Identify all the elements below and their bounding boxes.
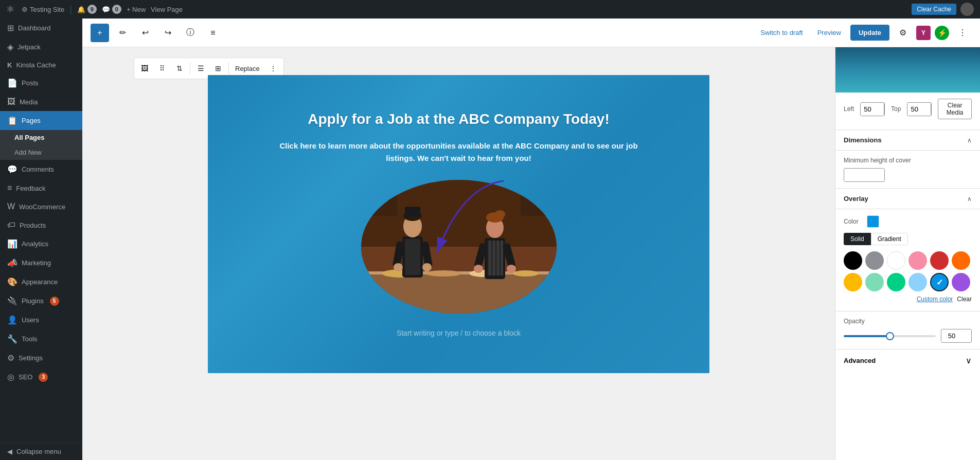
site-name[interactable]: ⚙ Testing Site (22, 6, 64, 13)
color-swatch-blue-light[interactable] (908, 273, 927, 291)
sidebar-collapse: ◀ Collapse menu (0, 443, 82, 460)
color-swatch-purple[interactable] (952, 273, 970, 291)
sidebar-item-seo[interactable]: ◎ SEO 3 (0, 367, 82, 387)
sidebar-item-posts[interactable]: 📄 Posts (0, 73, 82, 93)
switch-to-draft-button[interactable]: Switch to draft (755, 26, 808, 40)
pencil-icon: ✏ (119, 28, 126, 38)
gradient-button[interactable]: Gradient (871, 233, 908, 245)
jetpack-icon: ◈ (7, 42, 13, 52)
clear-media-button[interactable]: Clear Media (938, 99, 972, 119)
cover-title[interactable]: Apply for a Job at the ABC Company Today… (228, 111, 689, 127)
editor-settings-button[interactable]: ⚙ (894, 24, 912, 42)
cover-placeholder[interactable]: Start writing or type / to choose a bloc… (228, 329, 689, 337)
marketing-icon: 📣 (7, 258, 17, 268)
sidebar-item-users[interactable]: 👤 Users (0, 310, 82, 329)
block-align-button[interactable]: ☰ (192, 60, 209, 77)
editor-toolbar: + ✏ ↩ ↪ ⓘ ≡ Switch to draft Preview Upda… (82, 19, 980, 47)
custom-color-link[interactable]: Custom color (917, 296, 953, 303)
color-swatch-white[interactable] (887, 251, 905, 270)
block-more-button[interactable]: ⋮ (265, 60, 281, 77)
block-arrows-button[interactable]: ⇅ (171, 60, 188, 77)
undo-button[interactable]: ↩ (136, 24, 154, 42)
left-input[interactable] (861, 103, 884, 116)
sidebar-item-appearance[interactable]: 🎨 Appearance (0, 272, 82, 291)
overlay-color-swatch[interactable] (867, 215, 879, 228)
min-height-input[interactable] (844, 169, 885, 181)
color-swatch-black[interactable] (844, 251, 862, 270)
sidebar-item-analytics[interactable]: 📊 Analytics (0, 234, 82, 253)
clear-color-button[interactable]: Clear (957, 296, 972, 303)
color-swatch-green-light[interactable] (865, 273, 884, 291)
more-options-button[interactable]: ⋮ (953, 24, 972, 42)
block-editor[interactable]: 🖼 ⠿ ⇅ ☰ ⊞ (82, 47, 835, 460)
sidebar-item-jetpack[interactable]: ◈ Jetpack (0, 38, 82, 57)
svg-rect-12 (405, 207, 420, 217)
svg-rect-9 (405, 239, 420, 275)
seo-icon: ◎ (7, 372, 14, 382)
sidebar-item-comments[interactable]: 💬 Comments (0, 160, 82, 179)
collapse-menu-button[interactable]: ◀ Collapse menu (0, 443, 82, 460)
color-swatch-orange[interactable] (952, 251, 970, 270)
collapse-icon: ◀ (7, 448, 12, 455)
edit-button[interactable]: ✏ (113, 24, 132, 42)
overlay-header[interactable]: Overlay ∧ (835, 189, 980, 209)
admin-avatar[interactable] (960, 3, 974, 16)
sidebar-item-tools[interactable]: 🔧 Tools (0, 329, 82, 348)
sidebar-item-plugins[interactable]: 🔌 Plugins 5 (0, 291, 82, 310)
sidebar-sub-add-new[interactable]: Add New (0, 145, 82, 160)
color-swatch-red[interactable] (930, 251, 949, 270)
sidebar-item-media[interactable]: 🖼 Media (0, 93, 82, 111)
sidebar-sub-all-pages[interactable]: All Pages (0, 130, 82, 145)
sidebar-item-products[interactable]: 🏷 Products (0, 216, 82, 234)
sidebar-item-kinsta[interactable]: K Kinsta Cache (0, 57, 82, 73)
sidebar-item-settings[interactable]: ⚙ Settings (0, 348, 82, 367)
list-view-button[interactable]: ≡ (204, 24, 222, 42)
updates-item[interactable]: 🔔 9 (77, 5, 97, 14)
wordpress-icon[interactable]: ⚛ (6, 4, 14, 15)
new-item[interactable]: + New (127, 6, 146, 13)
update-button[interactable]: Update (850, 25, 889, 41)
sidebar-item-dashboard[interactable]: ⊞ Dashboard (0, 19, 82, 38)
color-swatch-yellow[interactable] (844, 273, 862, 291)
redo-button[interactable]: ↪ (158, 24, 177, 42)
top-input-wrap: % (907, 102, 932, 116)
sidebar-item-pages[interactable]: 📋 Pages (0, 111, 82, 130)
comments-icon: 💬 (7, 164, 17, 174)
opacity-slider[interactable] (844, 335, 936, 337)
block-image-button[interactable]: 🖼 (136, 60, 153, 77)
dimensions-header[interactable]: Dimensions ∧ (835, 130, 980, 151)
list-icon: ≡ (210, 28, 215, 38)
replace-button[interactable]: Replace (231, 60, 264, 77)
block-grid-button[interactable]: ⊞ (210, 60, 226, 77)
block-drag-button[interactable]: ⠿ (154, 60, 170, 77)
cover-subtitle[interactable]: Click here to learn more about the oppor… (279, 140, 639, 164)
sidebar-item-feedback[interactable]: ≡ Feedback (0, 179, 82, 197)
info-button[interactable]: ⓘ (181, 24, 200, 42)
lightning-icon[interactable]: ⚡ (935, 26, 949, 40)
cover-block[interactable]: Apply for a Job at the ABC Company Today… (208, 75, 709, 373)
right-panel-preview-image (835, 47, 980, 93)
comments-item[interactable]: 💬 0 (102, 5, 121, 14)
sidebar-item-marketing[interactable]: 📣 Marketing (0, 253, 82, 272)
custom-color-row: Custom color Clear (844, 296, 972, 303)
color-swatch-pink[interactable] (908, 251, 927, 270)
toolbar-right: Switch to draft Preview Update ⚙ Y ⚡ ⋮ (755, 24, 972, 42)
top-input[interactable] (907, 103, 931, 116)
color-swatch-gray[interactable] (865, 251, 884, 270)
opacity-input[interactable] (941, 329, 962, 342)
advanced-title: Advanced (844, 357, 876, 364)
opacity-thumb[interactable] (886, 332, 894, 340)
yoast-icon[interactable]: Y (916, 26, 931, 40)
clear-cache-button[interactable]: Clear Cache (912, 4, 956, 15)
overlay-section: Color Solid Gradient (835, 209, 980, 311)
sidebar-item-woocommerce[interactable]: W WooCommerce (0, 197, 82, 216)
color-swatch-blue[interactable]: ✓ (930, 273, 949, 291)
add-block-button[interactable]: + (91, 24, 109, 42)
advanced-header[interactable]: Advanced ∨ (844, 356, 972, 365)
preview-button[interactable]: Preview (812, 26, 846, 40)
color-swatch-green[interactable] (887, 273, 905, 291)
view-page-item[interactable]: View Page (151, 6, 183, 13)
svg-point-15 (394, 263, 403, 271)
solid-button[interactable]: Solid (844, 233, 871, 245)
top-label: Top (891, 105, 901, 113)
